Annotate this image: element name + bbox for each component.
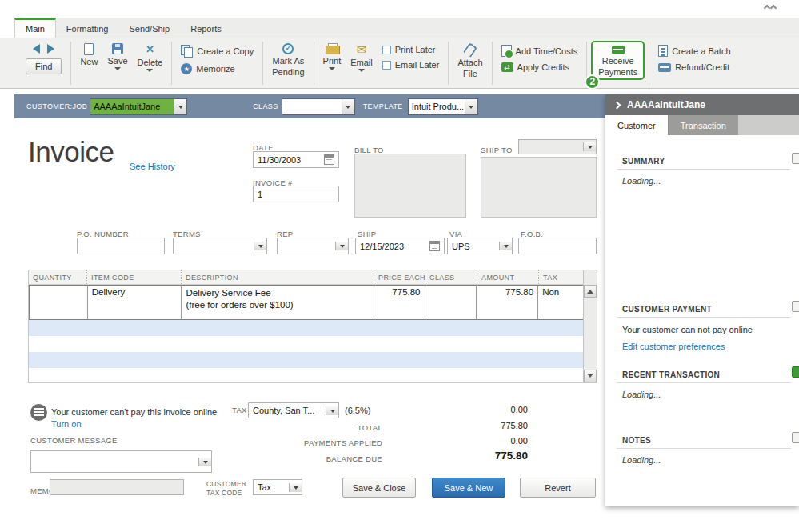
save-dropdown-caret-icon[interactable] xyxy=(114,67,121,74)
tab-send-ship[interactable]: Send/Ship xyxy=(118,18,180,38)
revert-button[interactable]: Revert xyxy=(520,478,596,498)
scroll-down-button[interactable] xyxy=(584,370,597,382)
tax-caret-icon[interactable] xyxy=(326,406,338,415)
class-selector[interactable] xyxy=(282,98,355,115)
class-caret-icon[interactable] xyxy=(342,99,354,114)
customer-message-caret-icon[interactable] xyxy=(198,458,211,466)
summary-edit-icon[interactable] xyxy=(792,153,799,164)
ship-to-selector[interactable] xyxy=(518,139,597,154)
new-button[interactable]: New xyxy=(75,38,102,66)
payments-applied-label: PAYMENTS APPLIED xyxy=(254,438,382,447)
tax-label: TAX xyxy=(232,406,247,414)
customer-job-caret-icon[interactable] xyxy=(174,99,186,114)
scroll-up-button[interactable] xyxy=(584,285,597,298)
email-button[interactable]: Email xyxy=(346,38,378,75)
empty-line-row[interactable] xyxy=(29,352,584,368)
memo-input[interactable] xyxy=(50,479,184,495)
cell-price-each[interactable]: 775.80 xyxy=(374,286,425,319)
delete-dropdown-caret-icon[interactable] xyxy=(146,69,153,75)
table-scrollbar[interactable] xyxy=(583,270,597,382)
apply-credits-button[interactable]: Apply Credits xyxy=(501,62,578,72)
receive-payments-button[interactable]: Receive Payments 2 xyxy=(591,41,645,80)
line-item-row[interactable]: Delivery Delivery Service Fee (free for … xyxy=(29,285,584,320)
rep-selector[interactable] xyxy=(277,238,349,254)
customer-tax-code-caret-icon[interactable] xyxy=(289,483,302,492)
bill-to-box[interactable] xyxy=(354,154,466,218)
empty-line-row[interactable] xyxy=(29,336,584,352)
calendar-icon[interactable] xyxy=(324,154,334,165)
print-button[interactable]: Print xyxy=(318,38,346,74)
invoice-number-field[interactable]: 1 xyxy=(253,186,339,202)
cell-description[interactable]: Delivery Service Fee (free for orders ov… xyxy=(181,286,373,319)
delete-button[interactable]: Delete xyxy=(133,38,168,75)
tab-formatting[interactable]: Formatting xyxy=(56,18,119,38)
template-caret-icon[interactable] xyxy=(465,99,477,114)
cell-tax[interactable]: Non xyxy=(537,286,583,319)
create-copy-button[interactable]: Create a Copy xyxy=(181,45,254,58)
fob-field[interactable] xyxy=(518,238,597,254)
back-arrow-icon[interactable] xyxy=(33,44,40,54)
save-new-button[interactable]: Save & New xyxy=(432,478,505,498)
cell-class[interactable] xyxy=(425,286,477,319)
print-later-checkbox-box[interactable] xyxy=(382,46,391,54)
email-later-checkbox-box[interactable] xyxy=(382,61,391,70)
mark-as-pending-button[interactable]: Mark As Pending xyxy=(267,38,309,77)
ship-to-caret-icon[interactable] xyxy=(583,142,596,151)
panel-collapse-chevron-icon[interactable] xyxy=(613,101,621,109)
empty-line-row[interactable] xyxy=(29,368,584,384)
ship-date-field[interactable]: 12/15/2023 xyxy=(355,238,445,254)
tax-selector[interactable]: County, San T... xyxy=(248,402,339,418)
email-later-checkbox[interactable]: Email Later xyxy=(382,60,440,70)
cell-quantity[interactable] xyxy=(30,286,87,319)
tab-reports[interactable]: Reports xyxy=(180,18,232,38)
print-dropdown-caret-icon[interactable] xyxy=(329,67,335,74)
via-selector[interactable]: UPS xyxy=(447,238,513,254)
cell-amount[interactable]: 775.80 xyxy=(476,286,537,319)
find-group: Find xyxy=(21,38,66,74)
print-later-checkbox[interactable]: Print Later xyxy=(382,45,440,54)
attach-file-button[interactable]: Attach File xyxy=(453,38,487,78)
terms-caret-icon[interactable] xyxy=(254,242,266,250)
tab-main[interactable]: Main xyxy=(14,18,56,38)
see-history-link[interactable]: See History xyxy=(130,162,175,171)
customer-tax-code-value: Tax xyxy=(254,482,289,492)
customer-message-selector[interactable] xyxy=(30,450,212,473)
customer-job-selector[interactable]: AAAAaIntuitJane xyxy=(90,98,187,115)
save-button[interactable]: Save xyxy=(102,38,132,74)
ship-to-box[interactable] xyxy=(481,157,597,218)
receive-payments-label-1: Receive xyxy=(602,56,634,66)
edit-customer-preferences-link[interactable]: Edit customer preferences xyxy=(622,342,725,351)
panel-customer-name: AAAAaIntuitJane xyxy=(627,99,705,110)
memorize-button[interactable]: Memorize xyxy=(181,63,254,74)
recent-transaction-filter-icon[interactable] xyxy=(792,366,799,378)
notes-loading: Loading... xyxy=(622,455,661,465)
add-time-costs-label: Add Time/Costs xyxy=(516,46,578,56)
customer-payment-edit-icon[interactable] xyxy=(792,301,799,312)
panel-tab-transaction[interactable]: Transaction xyxy=(668,115,738,135)
forward-arrow-icon[interactable] xyxy=(47,44,54,54)
create-batch-button[interactable]: Create a Batch xyxy=(658,45,730,57)
turn-on-link[interactable]: Turn on xyxy=(51,419,82,429)
calendar-icon[interactable] xyxy=(429,241,440,251)
refund-credit-button[interactable]: Refund/Credit xyxy=(658,62,730,72)
find-button[interactable]: Find xyxy=(26,58,62,74)
via-caret-icon[interactable] xyxy=(499,242,512,250)
email-later-label: Email Later xyxy=(395,60,440,70)
panel-tab-customer[interactable]: Customer xyxy=(605,115,668,135)
save-close-button[interactable]: Save & Close xyxy=(342,478,416,498)
template-selector[interactable]: Intuit Produ... xyxy=(408,98,478,115)
recent-transaction-loading: Loading... xyxy=(622,390,661,399)
cell-item-code[interactable]: Delivery xyxy=(87,286,182,319)
toolbar-separator xyxy=(492,42,493,85)
ship-to-label: SHIP TO xyxy=(481,146,513,154)
date-field[interactable]: 11/30/2003 xyxy=(253,151,339,168)
add-time-costs-button[interactable]: Add Time/Costs xyxy=(501,45,578,57)
empty-line-row[interactable] xyxy=(29,320,584,336)
notes-edit-icon[interactable] xyxy=(792,432,799,443)
collapse-ribbon-icon[interactable] xyxy=(764,2,780,14)
email-dropdown-caret-icon[interactable] xyxy=(358,69,365,75)
rep-caret-icon[interactable] xyxy=(335,242,348,250)
customer-tax-code-selector[interactable]: Tax xyxy=(253,479,302,495)
po-number-field[interactable] xyxy=(77,238,165,254)
terms-selector[interactable] xyxy=(173,238,267,254)
